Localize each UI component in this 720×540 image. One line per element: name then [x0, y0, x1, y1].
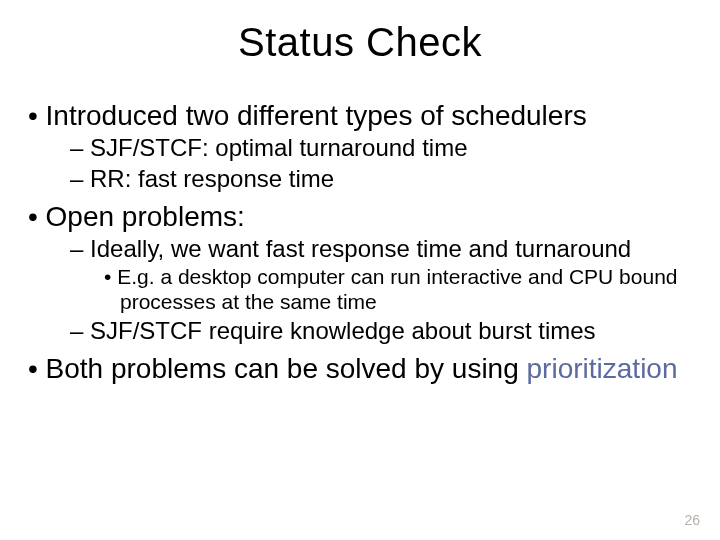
slide: Status Check Introduced two different ty… [0, 0, 720, 540]
bullet-level2: SJF/STCF: optimal turnaround time [28, 134, 700, 162]
page-number: 26 [684, 512, 700, 528]
bullet-level3: E.g. a desktop computer can run interact… [28, 265, 700, 315]
bullet-level1: Introduced two different types of schedu… [28, 100, 700, 132]
bullet-level2: RR: fast response time [28, 165, 700, 193]
bullet-level1: Both problems can be solved by using pri… [28, 353, 700, 385]
bullet-level1: Open problems: [28, 201, 700, 233]
bullet-level2: Ideally, we want fast response time and … [28, 235, 700, 263]
bullet-level2: SJF/STCF require knowledge about burst t… [28, 317, 700, 345]
bullet-text: Both problems can be solved by using [46, 353, 527, 384]
slide-body: Introduced two different types of schedu… [28, 100, 700, 387]
accent-word: prioritization [527, 353, 678, 384]
slide-title: Status Check [0, 20, 720, 65]
